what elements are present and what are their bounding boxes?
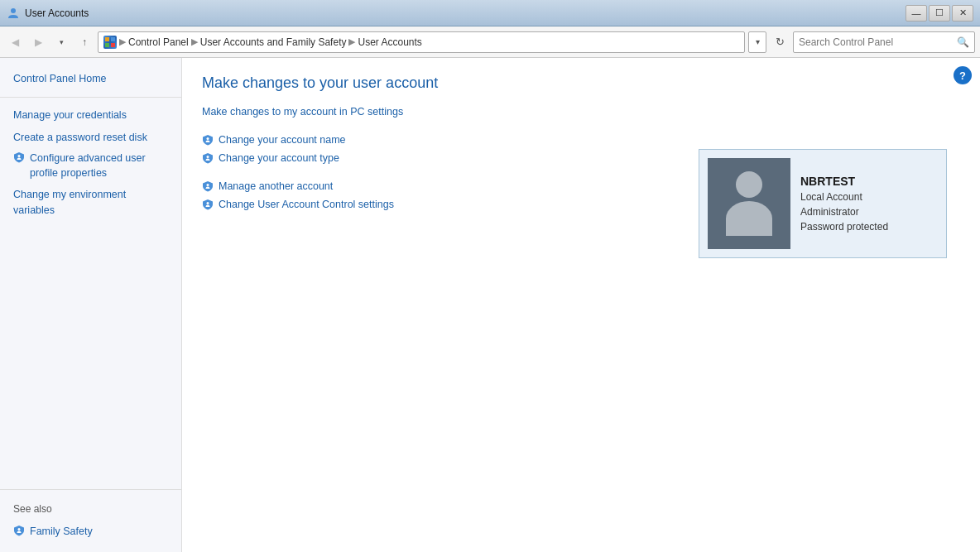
path-control-panel: Control Panel [128, 36, 189, 48]
sidebar-configure-label: Configure advanced user profile properti… [30, 151, 168, 180]
path-sep-3: ▶ [348, 36, 355, 47]
sidebar-item-family-safety[interactable]: Family Safety [0, 521, 181, 543]
shield-icon-change-name [202, 134, 214, 146]
manage-another-link[interactable]: Manage another account [219, 180, 333, 192]
address-bar: ◀ ▶ ▾ ↑ ▶ Control Panel ▶ User Accounts … [0, 26, 980, 58]
sidebar-item-home[interactable]: Control Panel Home [0, 68, 181, 90]
avatar-figure [726, 171, 772, 236]
search-box[interactable]: 🔍 [793, 31, 975, 53]
back-button[interactable]: ◀ [5, 32, 25, 52]
dropdown-button[interactable]: ▾ [51, 32, 71, 52]
path-user-accounts: User Accounts [358, 36, 421, 48]
avatar-head [736, 171, 762, 198]
shield-icon-manage [202, 180, 214, 192]
window-controls: — ☐ ✕ [906, 5, 973, 22]
action-link-row-name: Change your account name [202, 134, 960, 146]
close-button[interactable]: ✕ [952, 5, 973, 22]
address-path[interactable]: ▶ Control Panel ▶ User Accounts and Fami… [98, 31, 745, 53]
title-bar: User Accounts — ☐ ✕ [0, 0, 980, 26]
shield-icon-family [13, 525, 25, 536]
path-sep-1: ▶ [119, 36, 126, 47]
user-info: NBRTEST Local Account Administrator Pass… [800, 175, 888, 233]
window-title: User Accounts [25, 7, 89, 19]
svg-point-8 [207, 156, 209, 158]
control-panel-icon [103, 36, 117, 49]
svg-point-9 [207, 184, 209, 186]
user-detail-password: Password protected [800, 221, 888, 233]
main-container: Control Panel Home Manage your credentia… [0, 58, 980, 552]
user-detail-role: Administrator [800, 206, 888, 218]
family-safety-label: Family Safety [30, 525, 93, 540]
uac-settings-link[interactable]: Change User Account Control settings [219, 199, 394, 210]
svg-point-0 [11, 8, 16, 13]
pc-settings-link[interactable]: Make changes to my account in PC setting… [202, 106, 403, 118]
app-icon [7, 7, 20, 20]
search-input[interactable] [799, 36, 954, 48]
svg-rect-1 [105, 37, 109, 41]
sidebar-item-manage-credentials[interactable]: Manage your credentials [0, 104, 181, 127]
sidebar-bottom-divider [0, 489, 181, 490]
svg-point-6 [18, 528, 21, 530]
avatar-body [726, 201, 772, 236]
dropdown-arrow-icon: ▾ [756, 37, 760, 46]
svg-rect-3 [105, 43, 109, 47]
page-title: Make changes to your user account [202, 74, 960, 92]
sidebar-item-password-disk[interactable]: Create a password reset disk [0, 127, 181, 149]
up-button[interactable]: ↑ [74, 32, 94, 52]
user-card: NBRTEST Local Account Administrator Pass… [699, 149, 947, 258]
forward-button[interactable]: ▶ [28, 32, 48, 52]
address-dropdown-btn[interactable]: ▾ [748, 31, 766, 53]
refresh-button[interactable]: ↻ [770, 32, 790, 52]
search-icon: 🔍 [957, 36, 969, 48]
help-button[interactable]: ? [954, 66, 972, 84]
path-sep-2: ▶ [191, 36, 198, 47]
svg-rect-4 [111, 43, 115, 47]
path-family-safety: User Accounts and Family Safety [200, 36, 347, 48]
minimize-button[interactable]: — [906, 5, 927, 22]
shield-icon-configure [13, 151, 25, 163]
svg-rect-2 [111, 37, 115, 41]
maximize-button[interactable]: ☐ [929, 5, 950, 22]
sidebar-divider [0, 97, 181, 98]
change-type-link[interactable]: Change your account type [219, 152, 339, 164]
user-avatar [708, 158, 790, 249]
svg-point-10 [207, 202, 209, 204]
svg-point-5 [18, 155, 21, 157]
sidebar-item-env-vars[interactable]: Change my environment variables [0, 184, 181, 222]
user-detail-account-type: Local Account [800, 191, 888, 203]
sidebar: Control Panel Home Manage your credentia… [0, 58, 182, 552]
change-name-link[interactable]: Change your account name [219, 134, 346, 146]
content-area: ? Make changes to your user account Make… [182, 58, 980, 552]
svg-point-7 [207, 137, 209, 140]
shield-icon-change-type [202, 152, 214, 164]
sidebar-item-configure-advanced[interactable]: Configure advanced user profile properti… [0, 148, 181, 184]
username: NBRTEST [800, 175, 888, 188]
see-also-label: See also [0, 497, 181, 521]
shield-icon-uac [202, 199, 214, 210]
